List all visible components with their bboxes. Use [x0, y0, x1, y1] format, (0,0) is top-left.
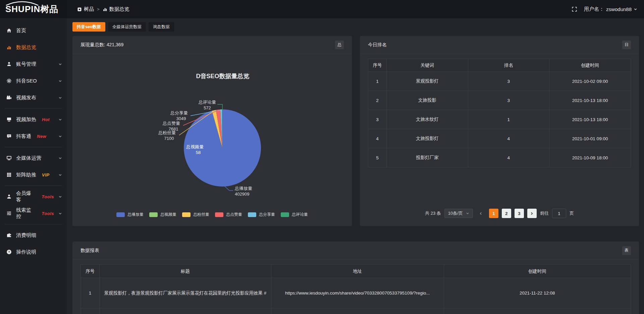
legend-item-shares[interactable]: 总分享量 [248, 212, 275, 217]
sidebar-item-label: 账号管理 [16, 61, 36, 67]
table-badge-button[interactable]: 表 [622, 246, 631, 255]
sidebar-item-home[interactable]: 首页 [0, 22, 67, 39]
pie-value-plays: 402909 [235, 192, 249, 197]
logo[interactable]: SHUPIN树品 [0, 0, 67, 18]
overview-panel-header: 展现量总数: 421,369 总 [72, 36, 352, 54]
sidebar-item-account[interactable]: 账号管理 [0, 56, 67, 72]
pie-label-shares: 总分享量 [170, 110, 188, 115]
page-button-3[interactable]: 3 [515, 209, 524, 218]
user-menu[interactable]: 用户名：zswodun88 [584, 6, 637, 12]
table-row: 2 文旅投影 3 2021-10-13 18:00 [368, 91, 631, 110]
ranking-panel-title: 今日排名 [368, 42, 387, 48]
report-panel: 数据报表 表 序号 标题 地址 创建时间 1 景观投影灯，夜游景观投影灯厂 [72, 242, 639, 314]
user-icon [6, 61, 12, 67]
sidebar-item-omnimedia[interactable]: 全媒体运营 [0, 150, 67, 166]
chat-bubble-icon [6, 134, 12, 139]
cell-rank: 3 [468, 91, 549, 110]
prev-page-button[interactable] [476, 209, 486, 218]
breadcrumb-current-label: 数据总览 [109, 6, 129, 12]
content-area: 抖音seo数据 全媒体运营数据 询盘数据 展现量总数: 421,369 总 D音… [67, 19, 644, 314]
breadcrumb-root-label: 树品 [84, 6, 94, 12]
cell-rank: 1 [468, 110, 549, 129]
ranking-table: 序号 关键词 排名 创建时间 1 景观投影灯 3 2021-10-02 09:0… [368, 59, 631, 167]
pie-label-videos: 总视频量 [186, 144, 204, 149]
breadcrumb-current[interactable]: 数据总览 [103, 6, 129, 12]
sidebar-item-data-overview[interactable]: 数据总览 [0, 39, 67, 56]
next-page-button[interactable] [527, 209, 537, 218]
sidebar-item-label: 线索监控 [16, 207, 36, 220]
sidebar-item-matrix-boost[interactable]: 矩阵助推 VIP [0, 166, 67, 183]
sidebar: 首页 数据总览 账号管理 抖音SEO 视频发布 视频加热 Hot [0, 19, 67, 314]
sidebar-item-label: 会员爆客 [16, 190, 36, 203]
col-index: 序号 [368, 59, 387, 72]
chevron-down-icon [634, 7, 637, 11]
report-table: 序号 标题 地址 创建时间 1 景观投影灯，夜游景观投影灯厂家展示展示落花灯在花… [80, 264, 631, 314]
chevron-right-icon [530, 212, 534, 215]
page-size-value: 10条/页 [448, 210, 463, 216]
app-root: { "header": { "logo": "SHUPIN树品", "bread… [0, 0, 644, 314]
panels-row: 展现量总数: 421,369 总 D音SEO数据量总览 [72, 36, 639, 226]
cell-index: 2 [368, 91, 387, 110]
tab-omnimedia-data[interactable]: 全媒体运营数据 [108, 22, 146, 32]
page-size-select[interactable]: 10条/页 [444, 209, 473, 218]
sidebar-item-label: 抖客通 [16, 133, 31, 140]
goto-page-input[interactable] [552, 209, 566, 218]
legend-label: 总粉丝量 [193, 212, 209, 217]
sidebar-item-doukertong[interactable]: 抖客通 New [0, 128, 67, 145]
fullscreen-icon[interactable] [572, 6, 577, 12]
page-button-2[interactable]: 2 [502, 209, 511, 218]
pie-value-comments: 572 [204, 105, 211, 110]
cell-created [444, 308, 631, 314]
sidebar-item-douyin-seo[interactable]: 抖音SEO [0, 72, 67, 89]
legend-item-plays[interactable]: 总播放量 [116, 212, 144, 217]
breadcrumb-root[interactable]: 树品 [77, 6, 94, 12]
cell-video-link[interactable]: https://www.iesdouyin.com/share/video/70… [271, 278, 444, 308]
main-layout: 首页 数据总览 账号管理 抖音SEO 视频发布 视频加热 Hot [0, 19, 644, 314]
legend-label: 总视频量 [160, 212, 176, 217]
screen-icon [6, 117, 12, 122]
sidebar-item-spending-detail[interactable]: 消费明细 [0, 227, 67, 244]
col-created: 创建时间 [444, 265, 631, 278]
sidebar-item-instructions[interactable]: ? 操作说明 [0, 244, 67, 260]
username-label: 用户名： [584, 6, 604, 12]
chevron-down-icon [58, 173, 62, 177]
ranking-panel: 今日排名 日 序号 关键词 排名 创建时间 [360, 36, 639, 226]
tab-douyin-seo-data[interactable]: 抖音seo数据 [72, 22, 105, 32]
goto-unit: 页 [570, 210, 574, 216]
legend-label: 总分享量 [259, 212, 275, 217]
question-circle-icon: ? [6, 249, 12, 255]
chevron-down-icon [58, 212, 62, 215]
sidebar-item-video-heat[interactable]: 视频加热 Hot [0, 111, 67, 128]
legend-item-likes[interactable]: 总点赞量 [215, 212, 242, 217]
sidebar-item-label: 消费明细 [16, 232, 36, 239]
pie-label-plays: 总播放量 [234, 186, 252, 191]
pagination: 共 23 条 10条/页 1 2 3 前往 [360, 209, 639, 226]
chevron-down-icon [466, 212, 469, 215]
sidebar-item-label: 全媒体运营 [16, 155, 41, 161]
sidebar-item-label: 矩阵助推 [16, 172, 36, 178]
cell-index: 1 [368, 72, 387, 91]
table-row: 1 景观投影灯 3 2021-10-02 09:00 [368, 72, 631, 91]
day-badge-button[interactable]: 日 [622, 41, 631, 49]
cell-keyword: 文旅投影灯 [386, 129, 468, 148]
legend-item-videos[interactable]: 总视频量 [149, 212, 176, 217]
cell-created: 2021-11-22 12:08 [444, 278, 631, 308]
page-button-1[interactable]: 1 [489, 209, 498, 218]
legend-item-fans[interactable]: 总粉丝量 [182, 212, 209, 217]
sidebar-item-clue-monitor[interactable]: 线索监控 Tools [0, 205, 67, 222]
sidebar-item-member-baoke[interactable]: 会员爆客 Tools [0, 188, 67, 205]
chevron-left-icon [479, 212, 483, 215]
vip-tag: VIP [42, 172, 49, 177]
sidebar-divider [5, 186, 62, 186]
total-badge-button[interactable]: 总 [335, 41, 344, 49]
cell-index [81, 308, 100, 314]
cell-rank: 4 [468, 129, 549, 148]
table-row: 5 投影灯厂家 4 2021-10-09 18:00 [368, 148, 631, 167]
goto-label: 前往 [540, 210, 549, 216]
chevron-down-icon [58, 156, 62, 160]
ranking-panel-header: 今日排名 日 [360, 36, 639, 54]
monitor-icon [6, 155, 12, 161]
sidebar-item-video-publish[interactable]: 视频发布 [0, 89, 67, 106]
legend-item-comments[interactable]: 总评论量 [281, 212, 308, 217]
tab-inquiry-data[interactable]: 询盘数据 [149, 22, 174, 32]
